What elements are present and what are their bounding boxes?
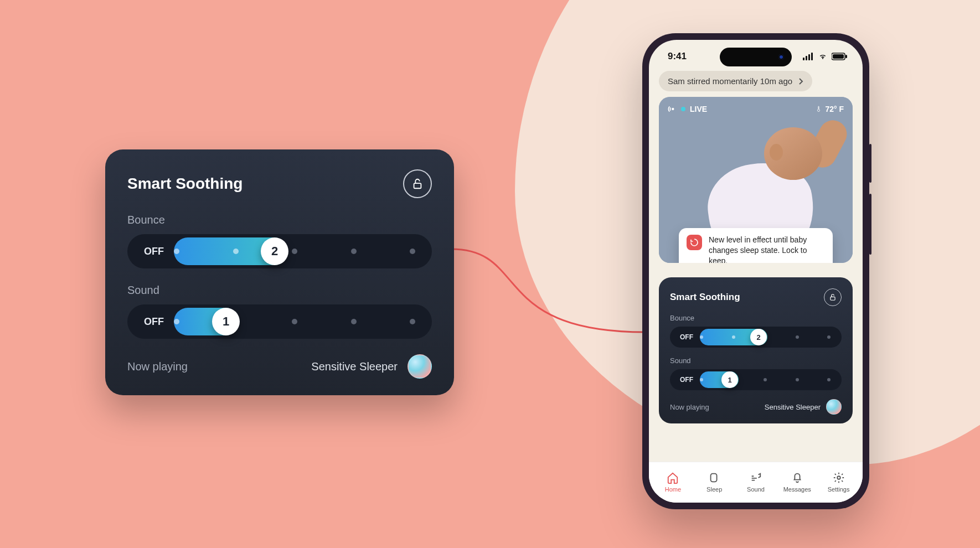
temperature-value: 72° F [825, 105, 844, 113]
smart-soothing-title-phone: Smart Soothing [670, 292, 740, 303]
sound-off-phone: OFF [680, 376, 703, 384]
bell-icon [791, 472, 803, 484]
toast-text: New level in effect until baby changes s… [709, 235, 825, 263]
sound-knob-phone[interactable]: 1 [721, 371, 738, 388]
svg-rect-10 [711, 473, 717, 482]
unlock-icon [411, 178, 424, 190]
signal-icon [803, 53, 814, 60]
tab-messages[interactable]: Messages [781, 472, 814, 493]
smart-soothing-card-phone: Smart Soothing Bounce OFF 2 Sound OFF [659, 277, 853, 423]
tab-sleep[interactable]: Sleep [698, 472, 731, 493]
lock-button[interactable] [403, 169, 432, 198]
smart-soothing-card: Smart Soothing Bounce OFF 2 Sound OFF 1 … [105, 149, 454, 395]
live-label: LIVE [690, 105, 707, 113]
phone-mockup: 9:41 Sam stirred momentarily 10m ago [642, 33, 869, 509]
bounce-off-phone: OFF [680, 333, 703, 341]
sound-slider[interactable]: OFF 1 [127, 304, 432, 339]
now-playing-track-row[interactable]: Sensitive Sleeper [311, 354, 432, 379]
svg-rect-6 [833, 54, 844, 59]
tab-sound[interactable]: Sound [739, 472, 772, 493]
now-playing-row-phone[interactable]: Sensitive Sleeper [765, 399, 842, 415]
now-playing-label-phone: Now playing [670, 403, 709, 411]
wifi-icon [817, 53, 828, 60]
sound-label: Sound [127, 284, 432, 297]
track-artwork-phone [826, 399, 842, 415]
notification-chip[interactable]: Sam stirred momentarily 10m ago [659, 71, 812, 91]
tab-bar: Home Sleep Sound Messages Settings [649, 462, 863, 503]
bounce-knob-phone[interactable]: 2 [750, 329, 767, 345]
temperature-badge: 72° F [815, 105, 844, 113]
notch [720, 48, 792, 66]
stream-icon [668, 105, 677, 113]
svg-rect-3 [808, 54, 810, 60]
thermometer-icon [815, 105, 822, 113]
tab-home[interactable]: Home [656, 472, 689, 493]
gear-icon [833, 472, 845, 484]
sleep-icon [708, 472, 720, 484]
camera-feed[interactable]: LIVE 72° F New level in effect until bab… [659, 97, 853, 263]
level-toast[interactable]: New level in effect until baby changes s… [679, 228, 833, 263]
track-artwork [408, 354, 432, 379]
tab-settings[interactable]: Settings [822, 472, 855, 493]
home-icon [667, 472, 679, 484]
live-indicator: LIVE [668, 105, 707, 113]
status-time: 9:41 [668, 51, 687, 62]
chevron-right-icon [798, 78, 803, 85]
bounce-knob[interactable]: 2 [261, 237, 288, 265]
now-playing-track: Sensitive Sleeper [311, 360, 398, 373]
svg-rect-4 [811, 53, 813, 60]
svg-point-8 [672, 108, 674, 110]
sound-off-label: OFF [144, 316, 179, 328]
svg-rect-7 [845, 55, 847, 58]
now-playing-label: Now playing [127, 360, 188, 373]
sound-knob[interactable]: 1 [212, 308, 240, 335]
svg-rect-0 [414, 183, 421, 188]
bounce-off-label: OFF [144, 246, 179, 257]
sound-label-phone: Sound [670, 356, 842, 365]
bounce-slider[interactable]: OFF 2 [127, 234, 432, 268]
battery-icon [832, 53, 847, 60]
sound-icon [750, 472, 762, 484]
notification-chip-text: Sam stirred momentarily 10m ago [668, 76, 792, 86]
phone-screen: 9:41 Sam stirred momentarily 10m ago [649, 40, 863, 503]
bounce-label: Bounce [127, 214, 432, 226]
unlock-icon [829, 293, 837, 301]
smart-soothing-title: Smart Soothing [127, 175, 243, 193]
toast-icon [687, 235, 702, 250]
svg-rect-2 [806, 56, 807, 60]
lock-button-phone[interactable] [824, 288, 842, 306]
now-playing-track-phone: Sensitive Sleeper [765, 403, 821, 411]
svg-point-11 [837, 476, 840, 479]
bounce-slider-phone[interactable]: OFF 2 [670, 327, 842, 348]
svg-rect-1 [803, 58, 804, 60]
sound-slider-phone[interactable]: OFF 1 [670, 369, 842, 390]
bounce-label-phone: Bounce [670, 314, 842, 322]
svg-rect-9 [831, 297, 835, 300]
